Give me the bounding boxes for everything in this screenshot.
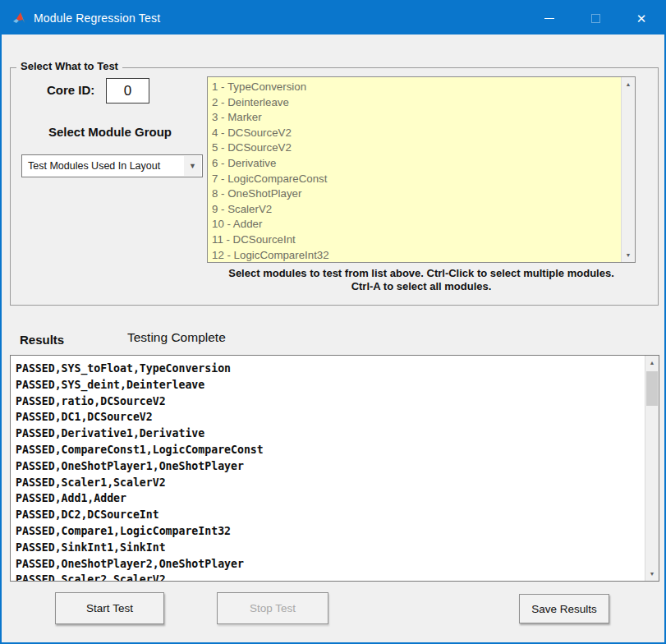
module-group-selected-value: Test Modules Used In Layout (22, 160, 184, 172)
scroll-up-icon[interactable]: ▲ (645, 356, 659, 370)
results-list: PASSED,SYS_toFloat,TypeConversionPASSED,… (11, 356, 659, 582)
module-listbox[interactable]: 1 - TypeConversion2 - Deinterleave3 - Ma… (207, 76, 636, 263)
module-list-item[interactable]: 4 - DCSourceV2 (212, 126, 635, 141)
maximize-icon (591, 14, 600, 23)
module-list-item[interactable]: 6 - Derivative (212, 156, 635, 172)
module-list-item[interactable]: 3 - Marker (212, 110, 635, 126)
matlab-icon (11, 12, 26, 25)
core-id-input[interactable] (106, 78, 149, 104)
module-group-label: Select Module Group (48, 125, 172, 139)
module-list-item[interactable]: 5 - DCSourceV2 (212, 140, 635, 156)
results-list-item[interactable]: PASSED,SYS_toFloat,TypeConversion (16, 361, 659, 377)
help-line-1: Select modules to test from list above. … (207, 267, 636, 280)
window-controls: ✕ (526, 2, 664, 34)
scroll-up-icon[interactable]: ▲ (622, 77, 635, 91)
module-list-item[interactable]: 7 - LogicCompareConst (212, 172, 635, 187)
scroll-down-icon[interactable]: ▼ (622, 248, 635, 262)
results-list-item[interactable]: PASSED,Scaler2,ScalerV2 (16, 572, 659, 582)
testing-status-text: Testing Complete (127, 330, 226, 345)
maximize-button[interactable] (572, 2, 618, 34)
module-list: 1 - TypeConversion2 - Deinterleave3 - Ma… (208, 77, 635, 263)
results-list-item[interactable]: PASSED,OneShotPlayer1,OneShotPlayer (16, 458, 659, 475)
close-button[interactable]: ✕ (618, 2, 664, 34)
minimize-button[interactable] (526, 2, 572, 34)
results-scrollbar[interactable]: ▲ ▼ (645, 356, 659, 581)
results-label: Results (20, 333, 64, 347)
results-list-item[interactable]: PASSED,SYS_deint,Deinterleave (16, 377, 659, 393)
group-legend: Select What to Test (16, 60, 122, 72)
minimize-icon (544, 18, 554, 19)
results-list-item[interactable]: PASSED,Compare1,LogicCompareInt32 (16, 523, 659, 540)
module-list-item[interactable]: 2 - Deinterleave (212, 95, 635, 111)
start-test-button[interactable]: Start Test (55, 592, 164, 624)
module-regression-test-window: Module Regression Test ✕ Select What to … (0, 0, 666, 644)
save-results-button[interactable]: Save Results (519, 594, 609, 623)
results-list-item[interactable]: PASSED,Add1,Adder (16, 490, 659, 507)
module-list-scrollbar[interactable]: ▲ ▼ (621, 77, 635, 262)
stop-test-button[interactable]: Stop Test (217, 592, 328, 624)
module-list-item[interactable]: 10 - Adder (212, 217, 635, 232)
scroll-down-icon[interactable]: ▼ (645, 567, 659, 581)
results-list-item[interactable]: PASSED,CompareConst1,LogicCompareConst (16, 442, 659, 458)
module-select-help: Select modules to test from list above. … (207, 267, 636, 293)
results-list-item[interactable]: PASSED,Derivative1,Derivative (16, 426, 659, 442)
close-icon: ✕ (636, 12, 647, 25)
module-group-dropdown[interactable]: Test Modules Used In Layout ▼ (21, 154, 203, 177)
core-id-label: Core ID: (47, 83, 94, 97)
window-title: Module Regression Test (34, 12, 160, 25)
help-line-2: Ctrl-A to select all modules. (207, 280, 636, 293)
title-bar[interactable]: Module Regression Test ✕ (2, 2, 664, 34)
select-what-to-test-group: Select What to Test Core ID: Select Modu… (10, 67, 659, 306)
scrollbar-thumb[interactable] (646, 371, 658, 406)
results-list-item[interactable]: PASSED,DC1,DCSourceV2 (16, 409, 659, 426)
results-listbox[interactable]: PASSED,SYS_toFloat,TypeConversionPASSED,… (10, 355, 659, 582)
module-list-item[interactable]: 12 - LogicCompareInt32 (212, 248, 635, 263)
results-list-item[interactable]: PASSED,DC2,DCSourceInt (16, 507, 659, 523)
chevron-down-icon: ▼ (184, 156, 201, 176)
module-list-item[interactable]: 8 - OneShotPlayer (212, 186, 635, 202)
results-list-item[interactable]: PASSED,ratio,DCSourceV2 (16, 393, 659, 410)
results-list-item[interactable]: PASSED,SinkInt1,SinkInt (16, 540, 659, 556)
module-list-item[interactable]: 11 - DCSourceInt (212, 232, 635, 248)
results-list-item[interactable]: PASSED,Scaler1,ScalerV2 (16, 475, 659, 491)
results-list-item[interactable]: PASSED,OneShotPlayer2,OneShotPlayer (16, 556, 659, 573)
module-list-item[interactable]: 9 - ScalerV2 (212, 202, 635, 218)
module-list-item[interactable]: 1 - TypeConversion (212, 80, 635, 95)
